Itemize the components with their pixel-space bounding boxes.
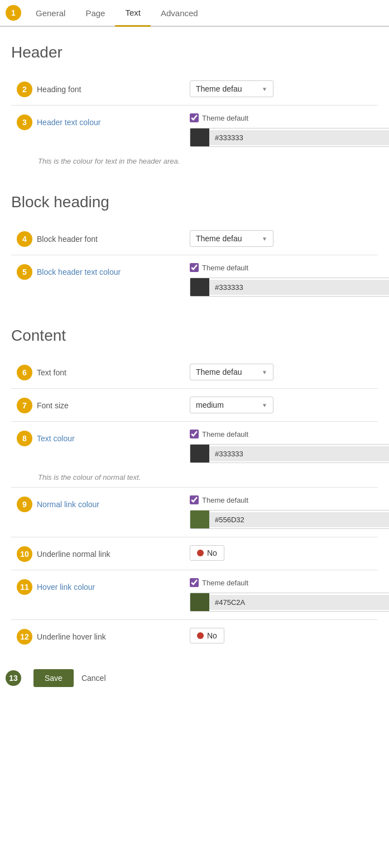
- block-header-font-dropdown[interactable]: Theme defau ▼: [190, 230, 273, 247]
- text-font-row: 6 Text font Theme defau ▼: [11, 356, 378, 388]
- underline-hover-link-toggle[interactable]: No: [190, 628, 224, 643]
- hover-link-theme-row: Theme default: [190, 578, 389, 587]
- header-color-picker[interactable]: #333333: [190, 128, 389, 147]
- normal-link-theme-row: Theme default: [190, 495, 389, 504]
- text-colour-label-area: 8 Text colour: [17, 430, 190, 446]
- underline-normal-link-value: No: [207, 549, 217, 557]
- text-color-value: #333333: [209, 446, 389, 461]
- block-header-color-value: #333333: [209, 280, 389, 295]
- content-section: Content 6 Text font Theme defau ▼ 7 Font…: [0, 310, 389, 658]
- tab-advanced[interactable]: Advanced: [151, 1, 208, 26]
- block-header-font-control: Theme defau ▼: [190, 230, 372, 247]
- heading-font-control: Theme defau ▼: [190, 80, 372, 97]
- underline-hover-link-row: 12 Underline hover link No: [11, 619, 378, 652]
- block-heading-section: Block heading 4 Block header font Theme …: [0, 177, 389, 310]
- block-heading-section-title: Block heading: [11, 193, 378, 211]
- tab-text[interactable]: Text: [115, 0, 151, 27]
- header-text-colour-control: Theme default #333333: [190, 113, 389, 147]
- save-button[interactable]: Save: [33, 669, 74, 687]
- text-colour-control: Theme default #333333: [190, 430, 389, 463]
- cancel-button[interactable]: Cancel: [81, 674, 106, 683]
- font-size-control: medium ▼: [190, 397, 372, 413]
- underline-hover-link-label: Underline hover link: [37, 632, 106, 641]
- block-header-font-label-area: 4 Block header font: [17, 230, 190, 247]
- tab-general[interactable]: General: [26, 1, 75, 26]
- heading-font-label-area: 2 Heading font: [17, 80, 190, 97]
- text-color-picker[interactable]: #333333: [190, 444, 389, 463]
- text-colour-hint: This is the colour of normal text.: [11, 471, 378, 487]
- normal-link-colour-label-area: 9 Normal link colour: [17, 495, 190, 512]
- chevron-down-icon: ▼: [262, 402, 267, 408]
- step-5-badge: 5: [17, 264, 32, 280]
- hover-link-color-picker[interactable]: #475C2A: [190, 593, 389, 612]
- normal-link-theme-label: Theme default: [202, 496, 248, 504]
- text-colour-row: 8 Text colour Theme default #333333: [11, 421, 378, 471]
- underline-hover-link-control: No: [190, 628, 372, 643]
- header-theme-default-label: Theme default: [202, 114, 248, 122]
- block-header-colour-label-area: 5 Block header text colour: [17, 263, 190, 280]
- block-header-colour-control: Theme default #333333: [190, 263, 389, 297]
- normal-link-color-value: #556D32: [209, 512, 389, 527]
- block-header-colour-row: 5 Block header text colour Theme default…: [11, 255, 378, 304]
- heading-font-dropdown[interactable]: Theme defau ▼: [190, 80, 273, 97]
- hover-link-theme-checkbox[interactable]: [190, 578, 199, 587]
- block-header-color-picker[interactable]: #333333: [190, 278, 389, 297]
- heading-font-label: Heading font: [37, 85, 81, 94]
- header-section: Header 2 Heading font Theme defau ▼ 3 He…: [0, 27, 389, 177]
- chevron-down-icon: ▼: [262, 369, 267, 375]
- block-header-font-label: Block header font: [37, 235, 98, 244]
- text-colour-theme-label: Theme default: [202, 430, 248, 438]
- tab-page[interactable]: Page: [75, 1, 115, 26]
- block-theme-default-row: Theme default: [190, 263, 389, 272]
- normal-link-colour-control: Theme default #556D32: [190, 495, 389, 529]
- font-size-label: Font size: [37, 401, 69, 410]
- hover-link-color-value: #475C2A: [209, 595, 389, 610]
- underline-normal-link-label: Underline normal link: [37, 550, 111, 559]
- hover-link-color-swatch: [190, 593, 209, 611]
- font-size-dropdown[interactable]: medium ▼: [190, 397, 273, 413]
- header-color-value: #333333: [209, 130, 389, 145]
- chevron-down-icon: ▼: [262, 86, 267, 92]
- font-size-label-area: 7 Font size: [17, 397, 190, 413]
- header-theme-default-checkbox[interactable]: [190, 113, 199, 122]
- text-font-dropdown[interactable]: Theme defau ▼: [190, 364, 273, 380]
- text-font-label-area: 6 Text font: [17, 364, 190, 380]
- step-3-badge: 3: [17, 115, 32, 130]
- step-8-badge: 8: [17, 431, 32, 446]
- step-11-badge: 11: [17, 579, 32, 595]
- block-header-colour-label: Block header text colour: [37, 268, 121, 276]
- radio-dot-icon: [197, 632, 204, 639]
- radio-dot-icon: [197, 550, 204, 556]
- header-text-colour-label-area: 3 Header text colour: [17, 113, 190, 130]
- header-text-colour-label: Header text colour: [37, 118, 100, 127]
- underline-normal-link-row: 10 Underline normal link No: [11, 537, 378, 570]
- block-theme-default-checkbox[interactable]: [190, 263, 199, 272]
- hover-link-colour-row: 11 Hover link colour Theme default #475C…: [11, 570, 378, 619]
- font-size-value: medium: [196, 400, 224, 409]
- text-font-control: Theme defau ▼: [190, 364, 372, 380]
- step-12-badge: 12: [17, 629, 32, 645]
- normal-link-color-picker[interactable]: #556D32: [190, 510, 389, 529]
- step-2-badge: 2: [17, 82, 32, 97]
- block-theme-default-label: Theme default: [202, 264, 248, 272]
- hover-link-colour-control: Theme default #475C2A: [190, 578, 389, 612]
- block-header-font-row: 4 Block header font Theme defau ▼: [11, 222, 378, 255]
- text-font-label: Text font: [37, 368, 66, 377]
- block-header-color-swatch: [190, 278, 209, 296]
- font-size-row: 7 Font size medium ▼: [11, 388, 378, 421]
- text-colour-theme-row: Theme default: [190, 430, 389, 438]
- step-9-badge: 9: [17, 497, 32, 512]
- underline-normal-link-label-area: 10 Underline normal link: [17, 545, 190, 562]
- text-colour-label: Text colour: [37, 434, 75, 443]
- heading-font-value: Theme defau: [196, 84, 242, 93]
- normal-link-theme-checkbox[interactable]: [190, 495, 199, 504]
- step-6-badge: 6: [17, 365, 32, 380]
- tab-bar: 1 General Page Text Advanced: [0, 0, 389, 27]
- underline-normal-link-toggle[interactable]: No: [190, 545, 224, 561]
- text-colour-theme-checkbox[interactable]: [190, 430, 199, 438]
- step-10-badge: 10: [17, 546, 32, 562]
- button-row: 13 Save Cancel: [0, 658, 389, 704]
- hover-link-theme-label: Theme default: [202, 579, 248, 587]
- text-color-swatch: [190, 445, 209, 462]
- header-hint: This is the colour for text in the heade…: [11, 155, 378, 171]
